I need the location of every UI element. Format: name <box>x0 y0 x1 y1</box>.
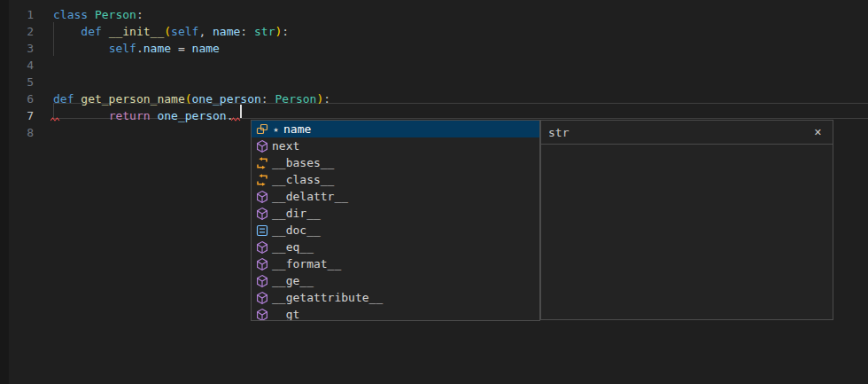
code-token: get_person_name <box>81 92 184 106</box>
code-token: self <box>109 42 136 55</box>
suggestion-item[interactable]: __class__ <box>252 171 539 188</box>
code-token: , <box>198 25 213 38</box>
method-icon <box>255 257 269 271</box>
method-icon <box>255 240 269 255</box>
suggestion-label: __ge__ <box>272 272 314 289</box>
docs-panel-header: str ✕ <box>541 121 833 145</box>
code-token: : <box>261 92 275 106</box>
suggestion-label: __getattribute__ <box>272 289 383 306</box>
suggestion-label: __bases__ <box>272 154 334 171</box>
close-icon[interactable]: ✕ <box>810 122 825 143</box>
suggestion-item[interactable]: next <box>252 137 539 154</box>
code-editor[interactable]: 12345678 class Person: def __init__(self… <box>0 0 868 384</box>
docs-panel-title: str <box>548 124 810 141</box>
method-icon <box>255 308 269 322</box>
line-number[interactable]: 2 <box>0 23 34 40</box>
code-token <box>102 25 109 38</box>
code-token: one_person <box>192 92 261 106</box>
code-token: self <box>171 25 198 38</box>
method-icon <box>255 190 269 204</box>
suggestion-label: __eq__ <box>272 239 314 255</box>
doc-icon <box>255 223 269 238</box>
suggestion-label: __class__ <box>272 171 334 188</box>
code-line[interactable]: self.name = name <box>53 40 220 57</box>
code-token: . <box>136 42 143 55</box>
code-token: : <box>240 25 254 38</box>
code-token <box>53 42 109 55</box>
code-token: class <box>53 8 88 21</box>
code-token: = <box>171 42 191 55</box>
suggestion-item[interactable]: __dir__ <box>252 205 539 222</box>
code-token <box>53 109 109 122</box>
code-token: : <box>282 25 289 38</box>
code-line[interactable]: return one_person. <box>53 107 234 124</box>
suggestion-item[interactable]: __gt__ <box>252 306 539 321</box>
line-number[interactable]: 4 <box>0 57 34 74</box>
suggestion-item[interactable]: __bases__ <box>252 154 539 171</box>
error-squiggle <box>50 117 61 121</box>
method-icon <box>255 274 269 288</box>
code-token: name <box>213 25 240 38</box>
code-token: __init__ <box>109 25 165 38</box>
method-icon <box>255 207 269 221</box>
code-token: : <box>136 8 143 21</box>
code-token: Person <box>275 92 316 106</box>
docs-panel-body <box>541 145 833 319</box>
line-number[interactable]: 7 <box>0 107 34 124</box>
code-token: ( <box>185 92 192 106</box>
star-icon: ★ <box>270 121 282 137</box>
code-token: name <box>143 42 171 55</box>
suggestion-docs-panel: str ✕ <box>540 120 833 320</box>
suggestion-item[interactable]: __format__ <box>252 255 539 272</box>
code-token: def <box>81 25 101 38</box>
field-icon <box>255 122 269 137</box>
method-icon <box>255 291 269 305</box>
line-number[interactable]: 5 <box>0 74 34 90</box>
class-icon <box>255 156 269 170</box>
suggestion-label: name <box>283 121 311 137</box>
suggestion-label: __delattr__ <box>272 188 348 205</box>
autocomplete-dropdown[interactable]: ★name next __bases__ __class__ __delattr… <box>251 120 540 321</box>
method-icon <box>255 139 269 153</box>
suggestion-label: next <box>272 137 299 154</box>
code-token: def <box>53 92 74 106</box>
code-token: : <box>323 92 330 106</box>
suggestion-item[interactable]: __ge__ <box>252 272 539 289</box>
code-token: str <box>254 25 275 38</box>
code-token: Person <box>95 8 136 21</box>
suggestion-label: __doc__ <box>272 222 321 239</box>
suggestion-item[interactable]: __eq__ <box>252 239 539 255</box>
suggestion-label: __gt__ <box>272 306 314 321</box>
code-token <box>53 25 81 38</box>
line-number[interactable]: 6 <box>0 90 34 107</box>
suggestion-label: __format__ <box>272 255 341 272</box>
code-token <box>88 8 95 21</box>
code-token: name <box>192 42 220 55</box>
code-token: ( <box>164 25 171 38</box>
code-token: one_person <box>157 109 226 122</box>
code-line[interactable]: class Person: <box>53 6 143 23</box>
line-number[interactable]: 1 <box>0 6 34 23</box>
code-line[interactable]: def get_person_name(one_person: Person): <box>53 90 330 107</box>
suggestion-label: __dir__ <box>272 205 321 222</box>
suggestion-item[interactable]: __delattr__ <box>252 188 539 205</box>
code-token: return <box>109 109 151 122</box>
line-number[interactable]: 8 <box>0 124 34 141</box>
class-icon <box>255 173 269 187</box>
suggestion-item[interactable]: ★name <box>252 121 539 137</box>
text-cursor <box>240 105 242 118</box>
suggestion-item[interactable]: __getattribute__ <box>252 289 539 306</box>
code-line[interactable]: def __init__(self, name: str): <box>53 23 289 40</box>
suggestion-item[interactable]: __doc__ <box>252 222 539 239</box>
line-number[interactable]: 3 <box>0 40 34 57</box>
